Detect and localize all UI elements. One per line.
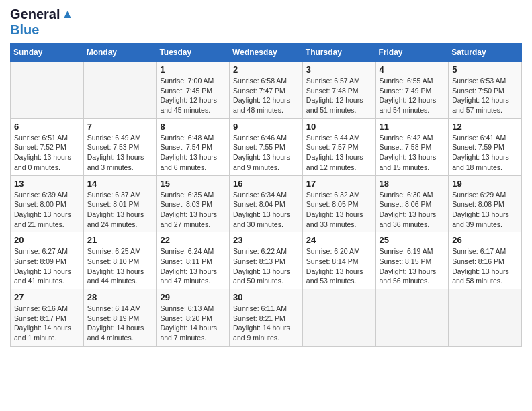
day-info: Sunrise: 6:42 AMSunset: 7:58 PMDaylight:… <box>380 133 445 173</box>
calendar-table: SundayMondayTuesdayWednesdayThursdayFrid… <box>10 43 522 347</box>
calendar-cell: 12Sunrise: 6:41 AMSunset: 7:59 PMDayligh… <box>449 118 522 175</box>
calendar-cell <box>375 289 449 347</box>
calendar-cell: 1Sunrise: 7:00 AMSunset: 7:45 PMDaylight… <box>157 62 230 119</box>
calendar-cell: 15Sunrise: 6:35 AMSunset: 8:03 PMDayligh… <box>157 175 230 232</box>
day-info: Sunrise: 6:27 AMSunset: 8:09 PMDaylight:… <box>14 246 80 286</box>
day-info: Sunrise: 7:00 AMSunset: 7:45 PMDaylight:… <box>160 76 226 116</box>
calendar-cell: 10Sunrise: 6:44 AMSunset: 7:57 PMDayligh… <box>302 118 375 175</box>
day-number: 25 <box>380 235 445 245</box>
calendar-cell: 23Sunrise: 6:22 AMSunset: 8:13 PMDayligh… <box>230 232 303 289</box>
day-number: 9 <box>233 122 299 132</box>
header: General ▲ Blue <box>10 7 522 38</box>
day-info: Sunrise: 6:35 AMSunset: 8:03 PMDaylight:… <box>160 190 226 230</box>
calendar-cell: 27Sunrise: 6:16 AMSunset: 8:17 PMDayligh… <box>11 289 84 347</box>
logo-general-text: General <box>10 7 60 22</box>
calendar-cell: 30Sunrise: 6:11 AMSunset: 8:21 PMDayligh… <box>230 289 303 347</box>
day-info: Sunrise: 6:58 AMSunset: 7:47 PMDaylight:… <box>233 76 299 116</box>
day-number: 23 <box>233 235 299 245</box>
day-number: 17 <box>306 179 372 189</box>
calendar-cell: 13Sunrise: 6:39 AMSunset: 8:00 PMDayligh… <box>11 175 84 232</box>
day-info: Sunrise: 6:24 AMSunset: 8:11 PMDaylight:… <box>160 246 226 286</box>
calendar-cell: 19Sunrise: 6:29 AMSunset: 8:08 PMDayligh… <box>449 175 522 232</box>
day-number: 4 <box>380 64 445 75</box>
day-number: 29 <box>160 292 226 302</box>
day-header-saturday: Saturday <box>449 44 522 62</box>
day-number: 7 <box>87 122 153 132</box>
day-info: Sunrise: 6:25 AMSunset: 8:10 PMDaylight:… <box>87 246 153 286</box>
day-info: Sunrise: 6:37 AMSunset: 8:01 PMDaylight:… <box>87 190 153 230</box>
calendar-week-2: 13Sunrise: 6:39 AMSunset: 8:00 PMDayligh… <box>11 175 522 232</box>
calendar-week-3: 20Sunrise: 6:27 AMSunset: 8:09 PMDayligh… <box>11 232 522 289</box>
day-header-wednesday: Wednesday <box>230 44 303 62</box>
day-number: 16 <box>233 179 299 189</box>
calendar-cell: 9Sunrise: 6:46 AMSunset: 7:55 PMDaylight… <box>230 118 303 175</box>
calendar-cell: 17Sunrise: 6:32 AMSunset: 8:05 PMDayligh… <box>302 175 375 232</box>
day-info: Sunrise: 6:22 AMSunset: 8:13 PMDaylight:… <box>233 246 299 286</box>
day-number: 3 <box>306 64 372 75</box>
day-header-friday: Friday <box>375 44 449 62</box>
day-info: Sunrise: 6:20 AMSunset: 8:14 PMDaylight:… <box>306 246 372 286</box>
day-number: 11 <box>380 122 445 132</box>
day-number: 1 <box>160 64 226 75</box>
day-number: 2 <box>233 64 299 75</box>
calendar-cell: 24Sunrise: 6:20 AMSunset: 8:14 PMDayligh… <box>302 232 375 289</box>
day-info: Sunrise: 6:14 AMSunset: 8:19 PMDaylight:… <box>87 304 153 343</box>
day-info: Sunrise: 6:53 AMSunset: 7:50 PMDaylight:… <box>452 76 518 116</box>
day-header-monday: Monday <box>83 44 157 62</box>
day-header-tuesday: Tuesday <box>157 44 230 62</box>
calendar-cell: 21Sunrise: 6:25 AMSunset: 8:10 PMDayligh… <box>83 232 157 289</box>
day-number: 24 <box>306 235 372 245</box>
day-number: 14 <box>87 179 153 189</box>
calendar-cell <box>11 62 84 119</box>
logo: General ▲ Blue <box>10 7 73 38</box>
day-number: 27 <box>14 292 80 302</box>
calendar-cell: 18Sunrise: 6:30 AMSunset: 8:06 PMDayligh… <box>375 175 449 232</box>
calendar-cell: 8Sunrise: 6:48 AMSunset: 7:54 PMDaylight… <box>157 118 230 175</box>
day-info: Sunrise: 6:11 AMSunset: 8:21 PMDaylight:… <box>233 304 299 343</box>
calendar-container: General ▲ Blue SundayMondayTuesdayWednes… <box>0 0 532 357</box>
day-number: 15 <box>160 179 226 189</box>
logo-blue-text: Blue <box>10 22 39 37</box>
day-number: 8 <box>160 122 226 132</box>
calendar-cell: 25Sunrise: 6:19 AMSunset: 8:15 PMDayligh… <box>375 232 449 289</box>
calendar-week-4: 27Sunrise: 6:16 AMSunset: 8:17 PMDayligh… <box>11 289 522 347</box>
calendar-cell: 7Sunrise: 6:49 AMSunset: 7:53 PMDaylight… <box>83 118 157 175</box>
calendar-cell: 5Sunrise: 6:53 AMSunset: 7:50 PMDaylight… <box>449 62 522 119</box>
day-info: Sunrise: 6:32 AMSunset: 8:05 PMDaylight:… <box>306 190 372 230</box>
day-info: Sunrise: 6:34 AMSunset: 8:04 PMDaylight:… <box>233 190 299 230</box>
day-info: Sunrise: 6:49 AMSunset: 7:53 PMDaylight:… <box>87 133 153 173</box>
logo-bird-icon: ▲ <box>61 7 73 21</box>
day-info: Sunrise: 6:29 AMSunset: 8:08 PMDaylight:… <box>452 190 518 230</box>
calendar-cell: 28Sunrise: 6:14 AMSunset: 8:19 PMDayligh… <box>83 289 157 347</box>
day-number: 26 <box>452 235 518 245</box>
day-info: Sunrise: 6:13 AMSunset: 8:20 PMDaylight:… <box>160 304 226 343</box>
calendar-cell: 20Sunrise: 6:27 AMSunset: 8:09 PMDayligh… <box>11 232 84 289</box>
calendar-cell: 29Sunrise: 6:13 AMSunset: 8:20 PMDayligh… <box>157 289 230 347</box>
day-number: 21 <box>87 235 153 245</box>
calendar-cell: 3Sunrise: 6:57 AMSunset: 7:48 PMDaylight… <box>302 62 375 119</box>
calendar-cell <box>83 62 157 119</box>
day-info: Sunrise: 6:16 AMSunset: 8:17 PMDaylight:… <box>14 304 80 343</box>
day-number: 28 <box>87 292 153 302</box>
day-info: Sunrise: 6:48 AMSunset: 7:54 PMDaylight:… <box>160 133 226 173</box>
calendar-cell: 11Sunrise: 6:42 AMSunset: 7:58 PMDayligh… <box>375 118 449 175</box>
day-info: Sunrise: 6:57 AMSunset: 7:48 PMDaylight:… <box>306 76 372 116</box>
calendar-week-0: 1Sunrise: 7:00 AMSunset: 7:45 PMDaylight… <box>11 62 522 119</box>
day-number: 13 <box>14 179 80 189</box>
calendar-cell: 16Sunrise: 6:34 AMSunset: 8:04 PMDayligh… <box>230 175 303 232</box>
day-number: 5 <box>452 64 518 75</box>
day-number: 10 <box>306 122 372 132</box>
day-info: Sunrise: 6:51 AMSunset: 7:52 PMDaylight:… <box>14 133 80 173</box>
day-number: 22 <box>160 235 226 245</box>
calendar-cell: 6Sunrise: 6:51 AMSunset: 7:52 PMDaylight… <box>11 118 84 175</box>
day-info: Sunrise: 6:46 AMSunset: 7:55 PMDaylight:… <box>233 133 299 173</box>
calendar-header-row: SundayMondayTuesdayWednesdayThursdayFrid… <box>11 44 522 62</box>
day-info: Sunrise: 6:41 AMSunset: 7:59 PMDaylight:… <box>452 133 518 173</box>
day-number: 19 <box>452 179 518 189</box>
day-number: 20 <box>14 235 80 245</box>
calendar-week-1: 6Sunrise: 6:51 AMSunset: 7:52 PMDaylight… <box>11 118 522 175</box>
calendar-cell: 4Sunrise: 6:55 AMSunset: 7:49 PMDaylight… <box>375 62 449 119</box>
day-info: Sunrise: 6:55 AMSunset: 7:49 PMDaylight:… <box>380 76 445 116</box>
calendar-cell <box>449 289 522 347</box>
calendar-cell: 14Sunrise: 6:37 AMSunset: 8:01 PMDayligh… <box>83 175 157 232</box>
